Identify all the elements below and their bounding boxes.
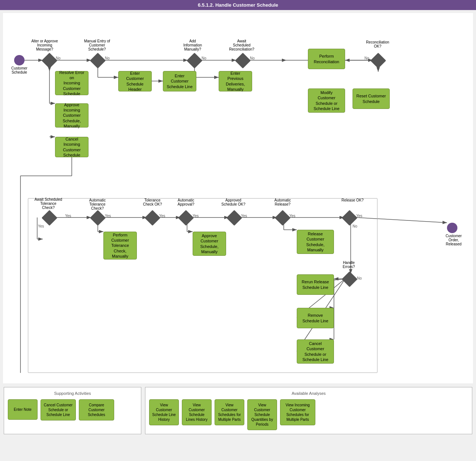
diamond-d2: [90, 53, 106, 68]
activity-rerun-release[interactable]: Rerun ReleaseSchedule Line: [297, 274, 334, 295]
activity-release-schedule[interactable]: ReleaseCustomerSchedule,Manually: [297, 230, 334, 254]
d4-question: AwaitScheduledReconciliation?: [227, 39, 257, 51]
title-bar: 6.5.1.2. Handle Customer Schedule: [0, 0, 476, 10]
d6-yes-label: Yes: [38, 224, 44, 228]
activity-resolve-error[interactable]: Resolve Error onIncomingCustomerSchedule: [55, 71, 89, 95]
panel-item-incoming-multiple[interactable]: View Incoming Customer Schedules for Mul…: [280, 399, 315, 425]
d3-question: AddInformationManually?: [178, 39, 208, 51]
end-endpoint: [447, 223, 457, 233]
d7-question: AutomaticToleranceCheck?: [83, 198, 112, 210]
d9-yes-label: Yes: [193, 214, 199, 218]
activity-cancel-incoming[interactable]: Cancel IncomingCustomerSchedule: [55, 137, 89, 157]
d12-question: Release OK?: [338, 198, 367, 202]
d7-yes-label: Yes: [105, 214, 111, 218]
activity-remove-schedule-line[interactable]: RemoveSchedule Line: [297, 308, 334, 328]
diamond-d4: [235, 53, 251, 68]
d11-question: AutomaticRelease?: [268, 198, 298, 206]
available-analyses-panel: Available Analyses View Customer Schedul…: [145, 387, 472, 434]
d2-no-label: No: [105, 56, 110, 60]
supporting-activities-title: Supporting Activities: [8, 391, 137, 396]
customer-schedule-label: CustomerSchedule: [10, 66, 28, 74]
diamond-d5: [370, 53, 386, 68]
d1-no-label: No: [56, 56, 61, 60]
d6-to-d7-label: Yes: [65, 214, 71, 218]
panel-item-quantities[interactable]: View Customer Schedule Quantities by Per…: [247, 399, 277, 430]
flow-container: CustomerSchedule Alter or ApproveIncomin…: [7, 16, 469, 380]
customer-order-released-label: CustomerOrder,Released: [443, 234, 465, 246]
d11-yes-label: Yes: [289, 214, 295, 218]
d2-question: Manual Entry ofCustomerSchedule?: [82, 39, 112, 51]
diamond-d1: [42, 53, 57, 68]
d13-question: HandleErrors?: [334, 261, 364, 269]
activity-reset-schedule[interactable]: Reset CustomerSchedule: [353, 88, 390, 109]
supporting-activities-items: Enter Note Cancel Customer Schedule or S…: [8, 399, 137, 420]
panel-item-lines-history[interactable]: View Customer Schedule Lines History: [182, 399, 212, 425]
activity-modify-schedule[interactable]: ModifyCustomerSchedule orSchedule Line: [308, 88, 345, 113]
activity-enter-header[interactable]: Enter CustomerScheduleHeader: [118, 71, 152, 91]
d3-no-label: No: [202, 56, 206, 60]
activity-enter-line[interactable]: Enter CustomerSchedule Line: [163, 71, 196, 91]
activity-approve-incoming[interactable]: ApproveIncomingCustomerSchedule,Manually: [55, 103, 89, 128]
panel-item-multiple-parts[interactable]: View Customer Schedules for Multiple Par…: [215, 399, 244, 425]
panel-item-line-history[interactable]: View Customer Schedule Line History: [149, 399, 179, 425]
activity-cancel-schedule-line[interactable]: CancelCustomerSchedule orSchedule Line: [297, 339, 334, 364]
panel-item-enter-note[interactable]: Enter Note: [8, 399, 38, 420]
diagram-area: CustomerSchedule Alter or ApproveIncomin…: [3, 13, 473, 383]
d1-question: Alter or ApproveIncomingMessage?: [30, 39, 60, 51]
activity-approve-schedule[interactable]: ApproveCustomerSchedule,Manually: [193, 232, 226, 256]
available-analyses-title: Available Analyses: [149, 391, 468, 396]
supporting-activities-panel: Supporting Activities Enter Note Cancel …: [4, 387, 141, 434]
d12-yes-label: Yes: [356, 214, 362, 218]
diamond-d3: [187, 53, 202, 68]
available-analyses-items: View Customer Schedule Line History View…: [149, 399, 468, 430]
d9-question: AutomaticApproval?: [171, 198, 201, 206]
activity-enter-prev-del[interactable]: Enter PreviousDeliveries,Manually: [219, 71, 252, 91]
bottom-panels: Supporting Activities Enter Note Cancel …: [4, 387, 472, 434]
d10-yes-label: Yes: [241, 214, 247, 218]
d4-no-label: No: [250, 56, 255, 60]
panel-item-cancel-schedule[interactable]: Cancel Customer Schedule or Schedule Lin…: [41, 399, 76, 420]
page-container: 6.5.1.2. Handle Customer Schedule: [0, 0, 476, 434]
title-text: 6.5.1.2. Handle Customer Schedule: [198, 2, 278, 8]
d6-question: Await ScheduledToleranceCheck?: [32, 197, 65, 210]
panel-item-compare[interactable]: Compare Customer Schedules: [79, 399, 114, 420]
d5-no-label: No: [364, 56, 369, 60]
d10-question: ApprovedSchedule OK?: [218, 198, 249, 206]
start-endpoint: [14, 55, 25, 65]
activity-perform-reconciliation[interactable]: PerformReconciliation: [308, 49, 345, 69]
d12-no-label: No: [353, 224, 357, 228]
d8-yes-label: Yes: [159, 214, 165, 218]
activity-tolerance-check[interactable]: PerformCustomerToleranceCheck,Manually: [103, 232, 137, 259]
d8-question: ToleranceCheck OK?: [138, 198, 167, 206]
d13-no-label: No: [357, 276, 362, 280]
d5-question: ReconciliationOK?: [364, 40, 392, 48]
